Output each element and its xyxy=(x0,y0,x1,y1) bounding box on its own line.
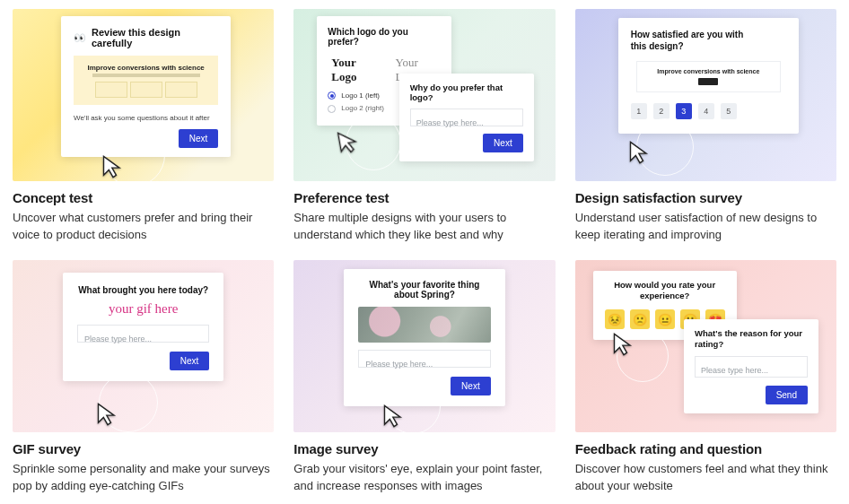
thumbnail: How would you rate your experience? 😣 🙁 … xyxy=(575,260,836,432)
card-title: GIF survey xyxy=(13,441,274,456)
text-input[interactable]: Please type here... xyxy=(77,325,209,343)
thumbnail: What brought you here today? your gif he… xyxy=(13,260,274,432)
image-placeholder xyxy=(358,307,490,343)
card-title: Preference test xyxy=(293,190,555,205)
send-button[interactable]: Send xyxy=(766,386,808,404)
score-2[interactable]: 2 xyxy=(653,103,670,119)
rate-subquestion: What's the reason for your rating? xyxy=(695,328,808,351)
text-input[interactable]: Please type here... xyxy=(358,350,490,368)
next-button[interactable]: Next xyxy=(179,129,219,148)
score-1[interactable]: 1 xyxy=(631,103,647,119)
emoji-neutral-icon[interactable]: 😐 xyxy=(655,309,675,329)
card-desc: Uncover what customers prefer and bring … xyxy=(13,210,274,244)
text-input[interactable]: Please type here... xyxy=(410,109,523,126)
card-desc: Sprinkle some personality and make your … xyxy=(13,461,274,495)
sat-question: How satisfied are you with this design? xyxy=(631,29,748,52)
opt1-label: Logo 1 (left) xyxy=(341,91,380,100)
card-title: Feedback rating and question xyxy=(575,441,836,456)
card-title: Design satisfaction survey xyxy=(575,190,836,205)
eyes-icon: 👀 xyxy=(74,32,86,44)
card-preference-test[interactable]: Which logo do you prefer? Your Logo Your… xyxy=(293,9,555,244)
score-3[interactable]: 3 xyxy=(676,103,692,119)
card-desc: Grab your visitors' eye, explain your po… xyxy=(293,461,555,495)
text-input[interactable]: Please type here... xyxy=(695,356,808,378)
thumbnail: 👀 Review this design carefully Improve c… xyxy=(13,9,274,181)
pref-question: Which logo do you prefer? xyxy=(328,27,441,47)
thumbnail: How satisfied are you with this design? … xyxy=(575,9,836,181)
emoji-sad-icon[interactable]: 🙁 xyxy=(630,309,650,329)
thumbnail: What's your favorite thing about Spring?… xyxy=(293,260,555,432)
radio-selected-icon[interactable] xyxy=(328,91,336,100)
score-4[interactable]: 4 xyxy=(698,103,714,119)
card-desc: Discover how customers feel and what the… xyxy=(575,461,836,495)
inner-panel-title: Improve conversions with science xyxy=(644,68,773,74)
next-button[interactable]: Next xyxy=(451,377,491,395)
card-concept-test[interactable]: 👀 Review this design carefully Improve c… xyxy=(13,9,274,244)
card-desc: Share multiple designs with your users t… xyxy=(293,210,555,244)
next-button[interactable]: Next xyxy=(170,352,210,370)
inner-panel-title: Improve conversions with science xyxy=(83,64,209,72)
next-button[interactable]: Next xyxy=(483,134,523,152)
card-gif-survey[interactable]: What brought you here today? your gif he… xyxy=(13,260,274,495)
opt2-label: Logo 2 (right) xyxy=(341,104,384,112)
concept-footer: We'll ask you some questions about it af… xyxy=(74,114,218,122)
card-feedback-rating[interactable]: How would you rate your experience? 😣 🙁 … xyxy=(575,260,836,495)
card-title: Concept test xyxy=(13,190,274,205)
radio-unselected-icon[interactable] xyxy=(328,105,336,113)
card-desc: Understand user satisfaction of new desi… xyxy=(575,210,836,244)
concept-heading: Review this design carefully xyxy=(92,27,218,48)
gif-question: What brought you here today? xyxy=(77,285,209,295)
card-design-satisfaction[interactable]: How satisfied are you with this design? … xyxy=(575,9,836,244)
gif-placeholder-label: your gif here xyxy=(77,301,209,317)
card-title: Image survey xyxy=(293,441,555,456)
card-image-survey[interactable]: What's your favorite thing about Spring?… xyxy=(293,260,555,495)
pref-subquestion: Why do you prefer that logo? xyxy=(410,83,523,102)
emoji-angry-icon[interactable]: 😣 xyxy=(605,309,625,329)
rate-question: How would you rate your experience? xyxy=(604,280,726,302)
template-grid: 👀 Review this design carefully Improve c… xyxy=(13,9,836,494)
score-5[interactable]: 5 xyxy=(721,103,737,119)
thumbnail: Which logo do you prefer? Your Logo Your… xyxy=(293,9,555,181)
img-question: What's your favorite thing about Spring? xyxy=(358,280,490,300)
logo-left: Your Logo xyxy=(331,56,379,84)
